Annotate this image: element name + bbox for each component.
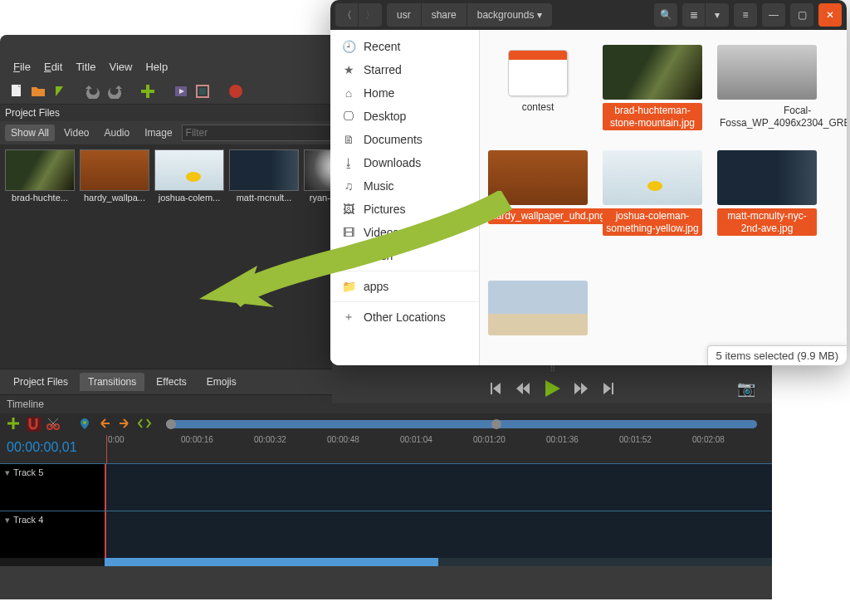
menu-edit[interactable]: Edit (37, 58, 69, 78)
skip-end-icon[interactable] (600, 381, 615, 396)
track-body[interactable] (105, 511, 772, 558)
nav-buttons: 〈 〉 (335, 3, 382, 27)
menu-title[interactable]: Title (69, 58, 102, 78)
breadcrumb-segment[interactable]: share (422, 3, 467, 27)
maximize-button[interactable]: ▢ (790, 3, 813, 27)
track-body[interactable] (105, 464, 772, 511)
sidebar-item[interactable]: ⭳ Downloads (330, 151, 479, 174)
filter-audio-tab[interactable]: Audio (99, 125, 136, 141)
sidebar-item[interactable]: ♫ Music (330, 174, 479, 198)
track-header[interactable]: Track 4 (0, 511, 105, 558)
sidebar-label: Videos (364, 226, 399, 239)
project-item[interactable]: joshua-colem... (154, 149, 224, 364)
sidebar-item[interactable]: 🎞 Videos (330, 221, 479, 244)
panel-tab[interactable]: Effects (148, 373, 194, 391)
view-list-icon[interactable]: ≣ (682, 3, 706, 27)
file-label (535, 345, 540, 348)
track[interactable]: Track 4 (0, 511, 772, 558)
breadcrumb-segment[interactable]: usr (387, 3, 422, 27)
snapshot-icon[interactable]: 📷 (737, 379, 755, 398)
zoom-slider[interactable] (166, 420, 757, 428)
thumbnail (229, 149, 299, 191)
sidebar-item[interactable]: 🗎 Documents (330, 128, 479, 151)
menu-view[interactable]: View (102, 58, 139, 78)
undo-icon[interactable] (85, 83, 101, 100)
panel-tab[interactable]: Emojis (198, 373, 245, 391)
horizontal-scrollbar[interactable] (105, 558, 772, 566)
prev-marker-icon[interactable] (98, 417, 113, 432)
sidebar-item[interactable]: 🕘 Recent (330, 35, 479, 58)
breadcrumb-segment[interactable]: backgrounds ▾ (467, 3, 552, 27)
file-item[interactable]: hardy_wallpaper_uhd.png (488, 150, 588, 236)
back-button[interactable]: 〈 (335, 3, 359, 27)
timeline-label: Timeline (7, 398, 44, 410)
profile-icon[interactable] (173, 83, 189, 100)
ruler-tick: 00:01:52 (619, 435, 652, 444)
snap-icon[interactable] (27, 417, 42, 432)
drag-handle-icon[interactable]: ⠿ (332, 364, 772, 374)
sidebar-item[interactable]: ＋ Other Locations (330, 306, 479, 329)
project-item[interactable]: brad-huchte... (5, 149, 75, 364)
save-project-icon[interactable] (51, 83, 68, 100)
file-item[interactable]: Focal-Fossa_WP_4096x2304_GREY.png (717, 45, 817, 130)
show-all-button[interactable]: Show All (5, 125, 55, 141)
track-header[interactable]: Track 5 (0, 464, 105, 511)
filter-image-tab[interactable]: Image (139, 125, 178, 141)
sidebar-item[interactable]: 🗑 Trash (330, 244, 479, 267)
new-project-icon[interactable] (8, 83, 25, 100)
tracks-area[interactable]: Track 5 Track 4 (0, 463, 772, 566)
item-label: matt-mcnult... (229, 191, 299, 203)
ruler-tick: 0:00 (108, 435, 124, 444)
search-icon[interactable]: 🔍 (654, 3, 677, 27)
sidebar-item[interactable]: ★ Starred (330, 58, 479, 81)
play-icon[interactable] (542, 379, 562, 398)
file-item[interactable]: matt-mcnulty-nyc-2nd-ave.jpg (717, 150, 817, 236)
project-item[interactable]: matt-mcnult... (229, 149, 299, 364)
thumbnail (154, 149, 224, 191)
file-label: contest (520, 100, 557, 115)
project-item[interactable]: hardy_wallpa... (80, 149, 149, 364)
center-playhead-icon[interactable] (138, 417, 153, 432)
panel-tab[interactable]: Transitions (80, 373, 144, 391)
forward-button[interactable]: 〉 (359, 3, 382, 27)
panel-tab[interactable]: Project Files (5, 373, 76, 391)
file-item[interactable] (488, 281, 588, 350)
track[interactable]: Track 5 (0, 463, 772, 511)
sidebar-item[interactable]: 🖼 Pictures (330, 198, 479, 221)
export-icon[interactable] (227, 83, 244, 100)
menu-help[interactable]: Help (139, 58, 174, 78)
fast-forward-icon[interactable] (574, 381, 589, 396)
skip-start-icon[interactable] (489, 381, 504, 396)
panel-title-label: Project Files (5, 107, 60, 119)
add-track-icon[interactable] (7, 417, 22, 432)
sidebar-label: Downloads (364, 156, 421, 169)
timeline-ruler[interactable]: 00:00:00,01 0:0000:00:1600:00:3200:00:48… (0, 435, 772, 463)
file-item[interactable]: brad-huchteman-stone-mountain.jpg (603, 45, 702, 130)
rewind-icon[interactable] (515, 381, 530, 396)
open-project-icon[interactable] (30, 83, 46, 100)
playhead[interactable] (106, 435, 107, 463)
ruler-tick: 00:01:36 (546, 435, 579, 444)
sidebar-item[interactable]: 🖵 Desktop (330, 105, 479, 128)
marker-icon[interactable] (78, 417, 93, 432)
razor-icon[interactable] (46, 417, 61, 432)
import-files-icon[interactable] (139, 83, 156, 100)
item-label: brad-huchte... (5, 191, 75, 203)
folder-item[interactable]: contest (488, 45, 588, 130)
close-button[interactable]: ✕ (818, 3, 842, 27)
minimize-button[interactable]: — (762, 3, 785, 27)
hamburger-icon[interactable]: ≡ (734, 3, 757, 27)
next-marker-icon[interactable] (118, 417, 133, 432)
view-menu-icon[interactable]: ▾ (706, 3, 729, 27)
files-grid[interactable]: contest brad-huchteman-stone-mountain.jp… (480, 30, 847, 365)
menu-file[interactable]: File (7, 58, 37, 78)
sidebar-label: Music (364, 179, 394, 193)
fullscreen-icon[interactable] (194, 83, 211, 100)
sidebar-item[interactable]: 📁 apps (330, 275, 479, 298)
thumbnail (80, 149, 149, 191)
sidebar-item[interactable]: ⌂ Home (330, 81, 479, 105)
ruler-tick: 00:01:20 (473, 435, 506, 444)
redo-icon[interactable] (106, 83, 123, 100)
file-item[interactable]: joshua-coleman-something-yellow.jpg (603, 150, 702, 236)
filter-video-tab[interactable]: Video (58, 125, 95, 141)
